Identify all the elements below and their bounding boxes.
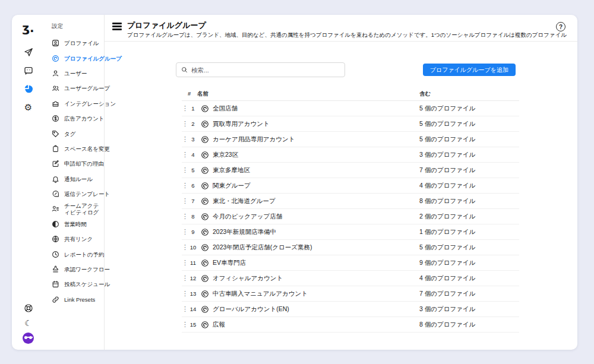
table-row[interactable]: ⋮ 3 カーケア用品専用アカウント 5 個のプロファイル (182, 132, 519, 147)
group-name: オフィシャルアカウント (213, 274, 419, 283)
row-menu-icon[interactable]: ⋮ (182, 105, 188, 112)
stamp-icon (52, 265, 59, 273)
sidebar-item-ad-accounts[interactable]: 広告アカウント (52, 111, 102, 126)
row-menu-icon[interactable]: ⋮ (182, 213, 188, 220)
table-row[interactable]: ⋮ 11 EV車専門店 9 個のプロファイル (182, 255, 519, 271)
group-count: 5 個のプロファイル (419, 243, 519, 252)
statusbrew-logo-icon[interactable]: ʒ. (22, 22, 34, 34)
sidebar-item-shared-links[interactable]: 共有リンク (52, 232, 102, 246)
row-menu-icon[interactable]: ⋮ (182, 151, 188, 158)
profile-groups-table: # 名前 含む ⋮ 1 全国店舗 5 個のプロファイル ⋮ 2 買取専用アカウン… (182, 89, 519, 333)
sidebar-item-report-schedule[interactable]: レポートの予約 (52, 246, 102, 261)
group-name: グローバルアカウント(EN) (213, 305, 419, 314)
add-profile-group-button[interactable]: プロファイルグループを追加 (423, 64, 516, 76)
row-menu-icon[interactable]: ⋮ (182, 182, 188, 189)
column-header-number: # (188, 90, 191, 97)
table-row[interactable]: ⋮ 7 東北・北海道グループ 8 個のプロファイル (182, 194, 519, 209)
sidebar-item-notification-rules[interactable]: 通知ルール (52, 172, 102, 186)
table-row[interactable]: ⋮ 5 東京多摩地区 7 個のプロファイル (182, 163, 519, 178)
user-avatar[interactable] (23, 333, 34, 344)
group-count: 5 個のプロファイル (419, 135, 519, 144)
group-name: 東京23区 (213, 151, 419, 159)
group-name: 全国店舗 (213, 105, 419, 113)
sidebar-item-integrations[interactable]: インテグレーション (52, 96, 102, 111)
group-name: 買取専用アカウント (213, 120, 419, 128)
table-row[interactable]: ⋮ 15 広報 8 個のプロファイル (182, 317, 519, 333)
group-name: 東京多摩地区 (213, 166, 419, 175)
group-count: 4 個のプロファイル (419, 274, 519, 283)
row-menu-icon[interactable]: ⋮ (182, 259, 188, 266)
page-title: プロファイルグループ (127, 21, 567, 30)
group-name: カーケア用品専用アカウント (213, 135, 419, 144)
group-count: 4 個のプロファイル (419, 182, 519, 190)
group-name: 関東グループ (213, 182, 419, 190)
sidebar-item-rename-space[interactable]: スペース名を変更 (52, 141, 102, 156)
row-menu-icon[interactable]: ⋮ (182, 244, 188, 251)
sidebar-item-reply-templates[interactable]: 返信テンプレート (52, 186, 102, 201)
row-menu-icon[interactable]: ⋮ (182, 167, 188, 173)
table-row[interactable]: ⋮ 9 2023年新規開店準備中 1 個のプロファイル (182, 224, 519, 240)
sidebar-item-link-presets[interactable]: Link Presets (52, 292, 102, 307)
sidebar-item-profile-groups[interactable]: プロファイルグループ (52, 50, 102, 65)
person-log-icon (52, 205, 59, 213)
profile-group-icon (198, 213, 213, 221)
profile-group-icon (198, 105, 213, 113)
app-window: ʒ. ⚙ ☾ (12, 15, 577, 350)
sidebar-item-business-hours[interactable]: 営業時間 (52, 217, 102, 232)
profile-group-icon (198, 120, 213, 128)
row-menu-icon[interactable]: ⋮ (182, 229, 188, 235)
profile-group-icon (198, 182, 213, 190)
hamburger-menu-icon[interactable] (112, 23, 122, 41)
sidebar-item-posting-schedule[interactable]: 投稿スケジュール (52, 277, 102, 292)
sidebar-item-user-groups[interactable]: ユーザーグループ (52, 81, 102, 96)
group-count: 9 個のプロファイル (419, 259, 519, 267)
table-row[interactable]: ⋮ 12 オフィシャルアカウント 4 個のプロファイル (182, 271, 519, 286)
reports-pie-icon[interactable] (23, 84, 34, 94)
sidebar-item-approval-workflow[interactable]: 承認ワークフロー (52, 262, 102, 277)
group-count: 5 個のプロファイル (419, 120, 519, 128)
group-name: 2023年新規開店準備中 (213, 228, 419, 236)
settings-sidebar: 設定 プロファイル プロファイルグループ ユーザー ユーザーグループ インテグレ… (45, 15, 105, 350)
table-row[interactable]: ⋮ 1 全国店舗 5 個のプロファイル (182, 101, 519, 116)
row-menu-icon[interactable]: ⋮ (182, 198, 188, 204)
table-row[interactable]: ⋮ 10 2023年閉店予定店舗(クローズ業務) 5 個のプロファイル (182, 240, 519, 255)
calendar-icon (52, 280, 59, 288)
group-count: 2 個のプロファイル (419, 213, 519, 221)
settings-gear-icon[interactable]: ⚙ (23, 102, 34, 113)
row-menu-icon[interactable]: ⋮ (182, 290, 188, 297)
search-input[interactable] (191, 67, 340, 74)
column-header-contains: 含む (419, 90, 431, 98)
group-count: 5 個のプロファイル (419, 105, 519, 113)
table-row[interactable]: ⋮ 6 関東グループ 4 個のプロファイル (182, 178, 519, 194)
table-row[interactable]: ⋮ 2 買取専用アカウント 5 個のプロファイル (182, 116, 519, 132)
sidebar-item-team-activity-log[interactable]: チームアクティビティログ (52, 201, 102, 216)
sidebar-item-tags[interactable]: タグ (52, 126, 102, 141)
row-menu-icon[interactable]: ⋮ (182, 321, 188, 328)
profile-group-icon (198, 166, 213, 175)
sidebar-item-profile[interactable]: プロファイル (52, 36, 102, 50)
dollar-circle-icon (52, 115, 59, 122)
row-menu-icon[interactable]: ⋮ (182, 121, 188, 127)
sidebar-item-users[interactable]: ユーザー (52, 66, 102, 81)
tag-icon (52, 130, 59, 138)
row-menu-icon[interactable]: ⋮ (182, 136, 188, 143)
search-box (176, 62, 345, 77)
profile-badge-icon (52, 39, 59, 47)
user-group-icon (52, 84, 59, 92)
sidebar-item-rejection-reasons[interactable]: 申請却下の理由 (52, 156, 102, 171)
help-icon[interactable]: ? (556, 22, 565, 31)
table-row[interactable]: ⋮ 8 今月のピックアップ店舗 2 個のプロファイル (182, 209, 519, 224)
table-header: # 名前 含む (182, 89, 519, 101)
engage-chat-icon[interactable] (23, 65, 34, 76)
help-buoy-icon[interactable] (23, 303, 34, 314)
table-row[interactable]: ⋮ 14 グローバルアカウント(EN) 3 個のプロファイル (182, 302, 519, 317)
table-row[interactable]: ⋮ 4 東京23区 3 個のプロファイル (182, 147, 519, 163)
group-name: 今月のピックアップ店舗 (213, 213, 419, 221)
link-icon (52, 296, 59, 303)
publish-icon[interactable] (23, 47, 34, 58)
table-row[interactable]: ⋮ 13 中古車購入マニュアルアカウント 7 個のプロファイル (182, 286, 519, 302)
row-menu-icon[interactable]: ⋮ (182, 275, 188, 281)
row-menu-icon[interactable]: ⋮ (182, 306, 188, 312)
group-name: 2023年閉店予定店舗(クローズ業務) (213, 243, 419, 252)
dark-mode-moon-icon[interactable]: ☾ (23, 318, 34, 328)
